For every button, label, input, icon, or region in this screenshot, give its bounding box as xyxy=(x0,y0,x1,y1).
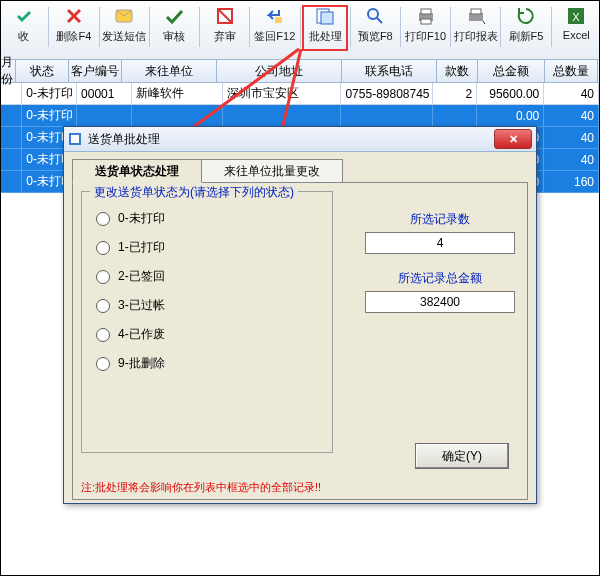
reject-icon xyxy=(214,5,236,27)
svg-rect-4 xyxy=(321,12,333,24)
col-addr[interactable]: 公司地址 xyxy=(217,60,342,82)
radio-label: 0-未打印 xyxy=(118,210,165,227)
status-radio-0[interactable]: 0-未打印 xyxy=(96,210,318,227)
col-phone[interactable]: 联系电话 xyxy=(342,60,437,82)
toolbar-label: 批处理 xyxy=(309,29,342,44)
toolbar-print-button[interactable]: 打印F10 xyxy=(403,5,448,51)
toolbar-report-button[interactable]: 打印报表 xyxy=(453,5,498,51)
toolbar-separator xyxy=(199,7,200,47)
cell-qty: 40 xyxy=(544,105,599,127)
count-value: 4 xyxy=(365,232,515,254)
tab-unit[interactable]: 来往单位批量更改 xyxy=(201,159,343,183)
cell-cust xyxy=(77,105,132,127)
cell-status: 0-未打印 xyxy=(22,105,77,127)
status-group: 更改送货单状态为(请选择下列的状态) 0-未打印1-已打印2-已签回3-已过帐4… xyxy=(81,191,333,453)
toolbar-excel-button[interactable]: XExcel xyxy=(554,5,599,51)
radio-label: 9-批删除 xyxy=(118,355,165,372)
radio-list: 0-未打印1-已打印2-已签回3-已过帐4-已作废9-批删除 xyxy=(82,192,332,372)
close-button[interactable]: ✕ xyxy=(494,129,532,149)
toolbar-label: 签回F12 xyxy=(254,29,295,44)
col-qty[interactable]: 总数量 xyxy=(545,60,598,82)
svg-rect-8 xyxy=(421,19,431,24)
recv-icon xyxy=(13,5,35,27)
toolbar-reject-button[interactable]: 弃审 xyxy=(202,5,247,51)
status-radio-5[interactable]: 9-批删除 xyxy=(96,355,318,372)
print-icon xyxy=(415,5,437,27)
radio-dot xyxy=(96,299,110,313)
radio-label: 2-已签回 xyxy=(118,268,165,285)
toolbar-delete-button[interactable]: 删除F4 xyxy=(51,5,96,51)
cell-qty: 160 xyxy=(544,171,599,193)
sum-value: 382400 xyxy=(365,291,515,313)
table-row[interactable]: 0-未打印00001新峰软件深圳市宝安区0755-89808745295600.… xyxy=(1,83,599,105)
cell-phone: 0755-89808745 xyxy=(341,83,433,105)
status-radio-2[interactable]: 2-已签回 xyxy=(96,268,318,285)
toolbar-separator xyxy=(300,7,301,47)
cell-date xyxy=(1,83,22,105)
cell-cnt: 2 xyxy=(433,83,477,105)
toolbar-separator xyxy=(400,7,401,47)
toolbar-sms-button[interactable]: 发送短信 xyxy=(101,5,146,51)
cell-unit: 新峰软件 xyxy=(132,83,224,105)
table-row[interactable]: 0-未打印0.0040 xyxy=(1,105,599,127)
cell-qty: 40 xyxy=(544,127,599,149)
dialog-tabs: 送货单状态处理 来往单位批量更改 xyxy=(72,158,536,182)
svg-point-5 xyxy=(368,9,378,19)
toolbar-batch-button[interactable]: 批处理 xyxy=(302,5,347,51)
cell-date xyxy=(1,105,22,127)
toolbar-audit-button[interactable]: 审核 xyxy=(152,5,197,51)
toolbar-label: 弃审 xyxy=(214,29,236,44)
tab-status[interactable]: 送货单状态处理 xyxy=(72,159,202,183)
batch-icon xyxy=(314,5,336,27)
status-radio-4[interactable]: 4-已作废 xyxy=(96,326,318,343)
count-label: 所选记录数 xyxy=(365,211,515,228)
table-header: 月份状态客户编号来往单位公司地址联系电话款数总金额总数量 xyxy=(1,60,599,83)
cell-status: 0-未打印 xyxy=(22,83,77,105)
toolbar-separator xyxy=(551,7,552,47)
toolbar-separator xyxy=(249,7,250,47)
col-cust[interactable]: 客户编号 xyxy=(69,60,122,82)
audit-icon xyxy=(163,5,185,27)
col-amt[interactable]: 总金额 xyxy=(478,60,545,82)
radio-dot xyxy=(96,328,110,342)
svg-rect-16 xyxy=(71,135,79,143)
toolbar-recv-button[interactable]: 收 xyxy=(1,5,46,51)
col-status[interactable]: 状态 xyxy=(16,60,69,82)
sms-icon xyxy=(113,5,135,27)
dialog-title: 送货单批处理 xyxy=(88,131,494,148)
report-icon xyxy=(465,5,487,27)
summary-box: 所选记录数 4 所选记录总金额 382400 xyxy=(365,211,515,329)
cell-qty: 40 xyxy=(544,83,599,105)
toolbar-label: 收 xyxy=(18,29,29,44)
toolbar-refresh-button[interactable]: 刷新F5 xyxy=(503,5,548,51)
cell-qty: 40 xyxy=(544,149,599,171)
status-radio-1[interactable]: 1-已打印 xyxy=(96,239,318,256)
radio-dot xyxy=(96,241,110,255)
refresh-icon xyxy=(515,5,537,27)
col-date[interactable]: 月份 xyxy=(1,60,16,82)
toolbar-separator xyxy=(450,7,451,47)
toolbar-label: 预览F8 xyxy=(358,29,393,44)
ok-button[interactable]: 确定(Y) xyxy=(415,443,509,469)
app-window: 收删除F4发送短信审核弃审签回F12批处理预览F8打印F10打印报表刷新F5XE… xyxy=(0,0,600,576)
cell-phone xyxy=(341,105,433,127)
cell-date xyxy=(1,171,22,193)
dialog-panel: 更改送货单状态为(请选择下列的状态) 0-未打印1-已打印2-已签回3-已过帐4… xyxy=(72,182,528,500)
status-radio-3[interactable]: 3-已过帐 xyxy=(96,297,318,314)
toolbar-label: 审核 xyxy=(163,29,185,44)
col-unit[interactable]: 来往单位 xyxy=(122,60,217,82)
sum-label: 所选记录总金额 xyxy=(365,270,515,287)
toolbar-label: Excel xyxy=(563,29,590,41)
radio-dot xyxy=(96,357,110,371)
col-cnt[interactable]: 款数 xyxy=(437,60,478,82)
svg-text:X: X xyxy=(573,11,581,23)
cell-amt: 95600.00 xyxy=(477,83,544,105)
delete-icon xyxy=(63,5,85,27)
toolbar-preview-button[interactable]: 预览F8 xyxy=(353,5,398,51)
group-title: 更改送货单状态为(请选择下列的状态) xyxy=(90,184,298,201)
cell-date xyxy=(1,127,22,149)
batch-dialog: 送货单批处理 ✕ 送货单状态处理 来往单位批量更改 更改送货单状态为(请选择下列… xyxy=(63,126,537,504)
radio-dot xyxy=(96,212,110,226)
toolbar-return-button[interactable]: 签回F12 xyxy=(252,5,297,51)
cell-date xyxy=(1,149,22,171)
